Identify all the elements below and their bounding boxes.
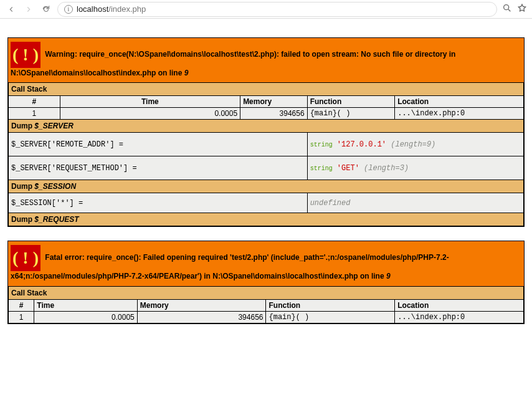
stack-row: 1 0.0005 394656 {main}( ) ...\index.php:… <box>9 108 524 120</box>
dump-row: $_SERVER['REMOTE_ADDR'] = string '127.0.… <box>9 133 524 156</box>
stack-time: 0.0005 <box>34 311 137 323</box>
col-num: # <box>9 96 60 108</box>
col-function: Function <box>307 96 395 108</box>
dump-value: string '127.0.0.1' (length=9) <box>307 133 523 156</box>
call-stack-heading: Call Stack <box>9 286 524 299</box>
error-badge-icon: ( ! ) <box>11 42 40 68</box>
zoom-icon[interactable] <box>502 3 512 15</box>
call-stack-table: Call Stack # Time Memory Function Locati… <box>8 286 524 323</box>
stack-time: 0.0005 <box>60 108 240 120</box>
back-button[interactable] <box>5 3 17 16</box>
error-message: require_once(N:\OSpanel\domains\localhos… <box>79 50 455 59</box>
dump-request-heading: Dump $_REQUEST <box>9 213 524 226</box>
page-content: ( ! ) Warning: require_once(N:\OSpanel\d… <box>0 19 532 345</box>
stack-location: ...\index.php:0 <box>395 311 524 323</box>
call-stack-heading: Call Stack <box>9 83 524 96</box>
stack-function: {main}( ) <box>307 108 395 120</box>
col-memory: Memory <box>137 299 266 311</box>
error-file: N:\OSpanel\domains\localhost\index.php o… <box>11 69 182 77</box>
dump-server-heading: Dump $_SERVER <box>9 120 524 133</box>
col-location: Location <box>395 96 524 108</box>
xdebug-error-warning: ( ! ) Warning: require_once(N:\OSpanel\d… <box>7 37 525 227</box>
dump-key: $_SERVER['REQUEST_METHOD'] = <box>9 156 308 180</box>
dump-row: $_SESSION['*'] = undefined <box>9 193 524 213</box>
stack-num: 1 <box>9 108 60 120</box>
error-line: 9 <box>386 272 391 280</box>
col-location: Location <box>395 299 524 311</box>
url-text: localhost/index.php <box>77 4 146 14</box>
stack-row: 1 0.0005 394656 {main}( ) ...\index.php:… <box>9 311 524 323</box>
error-line: 9 <box>184 69 189 77</box>
address-bar[interactable]: i localhost/index.php <box>57 2 497 17</box>
dump-key: $_SESSION['*'] = <box>9 193 308 213</box>
browser-toolbar: i localhost/index.php <box>0 0 532 19</box>
error-type: Fatal error: <box>45 254 84 262</box>
dump-value: undefined <box>307 193 523 213</box>
dump-key: $_SERVER['REMOTE_ADDR'] = <box>9 133 308 156</box>
svg-point-0 <box>504 5 509 10</box>
stack-num: 1 <box>9 311 34 323</box>
dump-row: $_SERVER['REQUEST_METHOD'] = string 'GET… <box>9 156 524 180</box>
reload-button[interactable] <box>40 3 52 16</box>
stack-location: ...\index.php:0 <box>395 108 524 120</box>
forward-button[interactable] <box>22 3 35 16</box>
col-num: # <box>9 299 34 311</box>
site-info-icon[interactable]: i <box>64 5 73 14</box>
xdebug-error-fatal: ( ! ) Fatal error: require_once(): Faile… <box>7 241 525 323</box>
error-badge-icon: ( ! ) <box>11 245 40 271</box>
col-function: Function <box>266 299 395 311</box>
error-header: ( ! ) Fatal error: require_once(): Faile… <box>8 241 524 285</box>
stack-function: {main}( ) <box>266 311 395 323</box>
dump-value: string 'GET' (length=3) <box>307 156 523 180</box>
error-type: Warning: <box>45 50 77 59</box>
col-time: Time <box>34 299 137 311</box>
error-header: ( ! ) Warning: require_once(N:\OSpanel\d… <box>8 38 524 82</box>
col-time: Time <box>60 96 240 108</box>
stack-memory: 394656 <box>240 108 308 120</box>
call-stack-table: Call Stack # Time Memory Function Locati… <box>8 82 524 226</box>
dump-session-heading: Dump $_SESSION <box>9 180 524 193</box>
col-memory: Memory <box>240 96 308 108</box>
bookmark-star-icon[interactable] <box>517 3 527 15</box>
stack-memory: 394656 <box>137 311 266 323</box>
